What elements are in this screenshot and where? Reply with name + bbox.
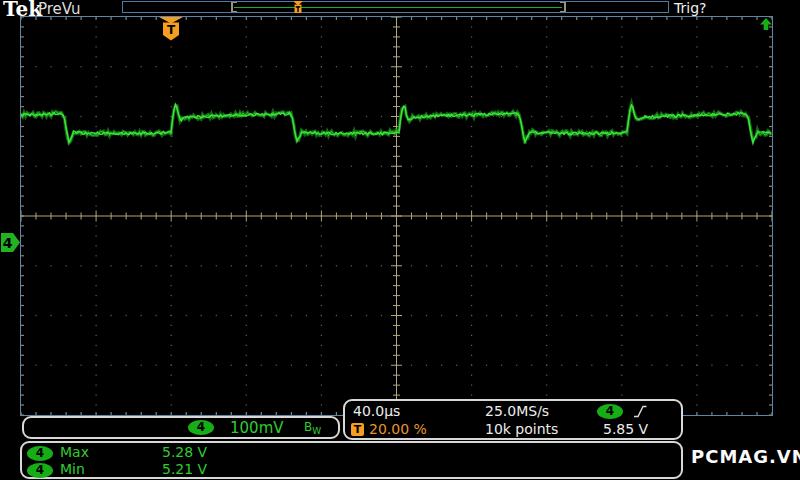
record-length: 10k points	[485, 421, 558, 437]
trigger-t-icon: T	[351, 423, 364, 436]
trigger-level: 5.85 V	[603, 421, 648, 437]
record-view-right-bracket	[560, 2, 566, 12]
trigger-status-label: Trig?	[674, 0, 706, 16]
channel-badge: 4	[188, 420, 214, 435]
record-view-waveform-line	[234, 7, 562, 8]
channel-scale: 100mV	[230, 419, 284, 437]
measurement-value: 5.28 V	[162, 444, 207, 460]
trigger-level-offscreen-arrow-icon	[759, 17, 773, 31]
trigger-flag-letter: T	[167, 23, 176, 37]
trigger-position-flag[interactable]: T	[158, 17, 184, 43]
channel-marker-number: 4	[3, 235, 13, 251]
trigger-slope-rising-icon	[632, 404, 648, 419]
sample-rate: 25.0MS/s	[485, 403, 549, 419]
oscilloscope-screen: Tek PreVu Trig? T 4 4 100mV	[0, 0, 800, 480]
trigger-position: 20.00 %	[369, 421, 427, 437]
bandwidth-limit-indicator: BW	[304, 420, 321, 436]
record-view-left-bracket	[231, 2, 237, 12]
record-view-trigger-icon	[293, 1, 303, 14]
channel-4-position-marker[interactable]: 4	[1, 233, 21, 252]
measurements-box[interactable]: 4 Max 5.28 V 4 Min 5.21 V	[20, 441, 683, 479]
measurement-channel-badge: 4	[27, 446, 53, 461]
waveform-plot	[21, 17, 772, 415]
measurement-name: Min	[60, 461, 85, 477]
timebase-readout-box[interactable]: 40.0µs 25.0MS/s 4 T 20.00 % 10k points 5…	[343, 399, 683, 440]
bandwidth-sub-letter: W	[312, 426, 321, 436]
measurement-value: 5.21 V	[162, 461, 207, 477]
time-scale: 40.0µs	[353, 403, 400, 419]
trigger-source-badge: 4	[597, 404, 623, 419]
measurement-name: Max	[60, 444, 89, 460]
record-view-bar[interactable]	[122, 1, 669, 13]
graticule: T	[20, 16, 773, 416]
pcmag-watermark: PCMAG.VN	[691, 446, 800, 467]
measurement-channel-badge: 4	[27, 463, 53, 478]
bandwidth-letter: B	[304, 420, 312, 434]
channel-readout-box[interactable]: 4 100mV BW	[22, 416, 340, 439]
